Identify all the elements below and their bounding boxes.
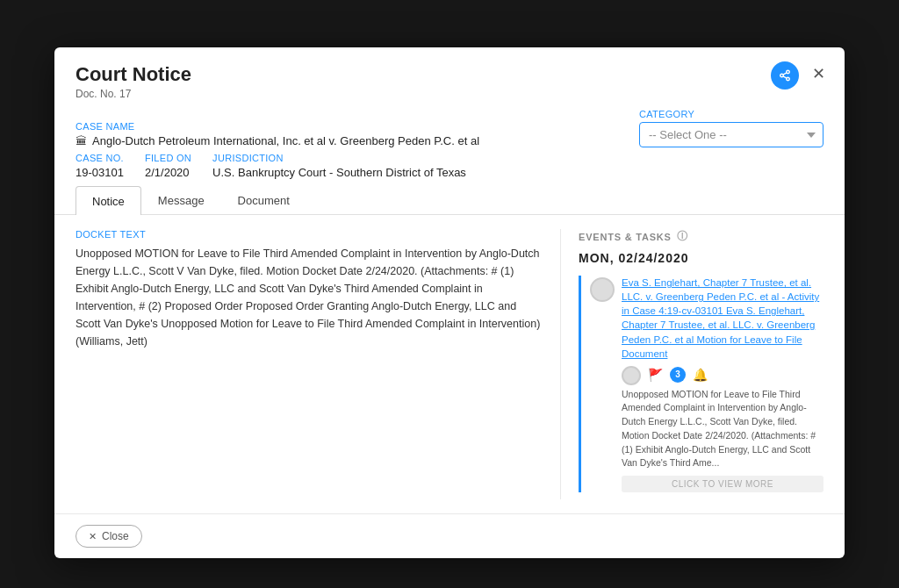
modal-doc-no: Doc. No. 17 (76, 88, 191, 100)
category-label: Category (639, 109, 823, 119)
tab-notice[interactable]: Notice (76, 186, 141, 215)
svg-point-2 (787, 77, 790, 81)
event-card: Eva S. Englehart, Chapter 7 Trustee, et … (579, 276, 823, 492)
case-name-label: Case Name (76, 121, 622, 132)
svg-line-3 (783, 76, 787, 78)
event-title-link[interactable]: Eva S. Englehart, Chapter 7 Trustee, et … (622, 276, 823, 361)
flag-icon: 🚩 (648, 368, 663, 382)
events-date: MON, 02/24/2020 (579, 251, 823, 265)
modal-title: Court Notice (76, 63, 191, 86)
jurisdiction-label: Jurisdiction (212, 153, 466, 163)
close-button[interactable]: ✕ Close (76, 525, 142, 548)
avatar (590, 277, 615, 302)
alarm-icon: 🔔 (693, 368, 708, 382)
info-icon: ⓘ (677, 229, 688, 244)
close-x-small-icon: ✕ (89, 531, 97, 542)
events-header: EVENTS & TASKS ⓘ (579, 229, 823, 244)
modal-close-button[interactable]: ✕ (806, 61, 831, 86)
event-avatar-small (622, 366, 641, 385)
case-no-value: 19-03101 (76, 166, 124, 179)
svg-point-1 (780, 74, 784, 77)
events-tasks-label: EVENTS & TASKS (579, 232, 672, 242)
building-icon: 🏛 (76, 134, 87, 147)
svg-line-4 (783, 73, 787, 75)
filed-on-value: 2/1/2020 (145, 166, 191, 179)
tab-bar: Notice Message Document (54, 186, 845, 215)
docket-text-content: Unopposed MOTION for Leave to File Third… (76, 245, 543, 350)
tab-message[interactable]: Message (141, 186, 221, 214)
close-x-icon: ✕ (812, 64, 825, 83)
event-body: Unopposed MOTION for Leave to File Third… (622, 388, 823, 471)
case-name-value: 🏛 Anglo-Dutch Petroleum International, I… (76, 134, 622, 147)
event-badge: 3 (670, 367, 686, 383)
tab-document[interactable]: Document (221, 186, 306, 214)
category-select[interactable]: -- Select One -- (639, 122, 823, 147)
case-no-label: Case No. (76, 153, 124, 163)
click-to-view-more[interactable]: CLICK TO VIEW MORE (622, 476, 823, 492)
svg-point-0 (787, 70, 790, 74)
jurisdiction-value: U.S. Bankruptcy Court - Southern Distric… (212, 166, 466, 179)
share-button[interactable] (771, 61, 799, 90)
docket-text-label: Docket Text (76, 229, 543, 240)
filed-on-label: Filed On (145, 153, 191, 163)
